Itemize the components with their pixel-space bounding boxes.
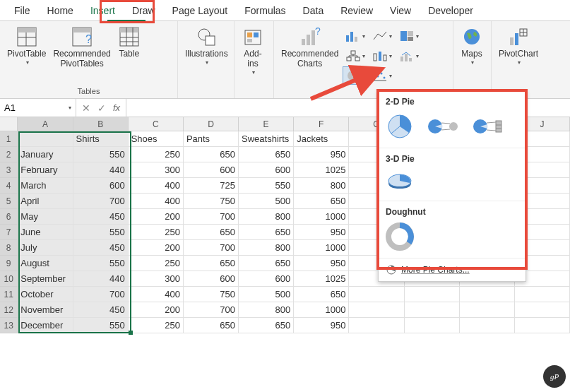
- column-header[interactable]: A: [18, 117, 73, 131]
- cell[interactable]: [460, 302, 515, 318]
- name-box[interactable]: ▾: [0, 99, 76, 117]
- cell[interactable]: 400: [129, 178, 184, 194]
- cell[interactable]: 450: [73, 209, 129, 225]
- scatter-chart-button[interactable]: ▾: [369, 66, 395, 85]
- tab-home[interactable]: Home: [39, 1, 82, 20]
- row-header[interactable]: 7: [0, 225, 18, 240]
- cell[interactable]: 1000: [294, 240, 349, 256]
- cell[interactable]: 300: [129, 271, 184, 287]
- cell[interactable]: 400: [129, 194, 184, 209]
- more-pie-charts[interactable]: More Pie Charts...: [379, 259, 526, 281]
- column-header[interactable]: C: [129, 117, 184, 131]
- cell[interactable]: 950: [294, 147, 349, 162]
- cell[interactable]: 750: [184, 194, 239, 209]
- cell[interactable]: October: [18, 287, 73, 302]
- cell[interactable]: 650: [184, 318, 239, 333]
- cell[interactable]: January: [18, 147, 73, 162]
- cell[interactable]: 650: [294, 194, 349, 209]
- cell[interactable]: 750: [184, 287, 239, 302]
- cell[interactable]: 700: [184, 209, 239, 225]
- tab-page-layout[interactable]: Page Layout: [164, 1, 237, 20]
- row-header[interactable]: 2: [0, 147, 18, 162]
- row-header[interactable]: 1: [0, 131, 18, 147]
- cell[interactable]: March: [18, 178, 73, 194]
- cell[interactable]: Pants: [184, 131, 239, 147]
- cell[interactable]: 800: [239, 240, 294, 256]
- tab-data[interactable]: Data: [295, 1, 333, 20]
- cell[interactable]: 450: [73, 240, 129, 256]
- pie-3d-option[interactable]: [386, 170, 414, 194]
- cell[interactable]: 200: [129, 240, 184, 256]
- pivottable-button[interactable]: PivotTable ▾: [4, 24, 49, 67]
- cell[interactable]: 550: [73, 256, 129, 271]
- cell[interactable]: 550: [73, 318, 129, 333]
- cell[interactable]: 1000: [294, 302, 349, 318]
- cell[interactable]: 200: [129, 209, 184, 225]
- row-header[interactable]: 13: [0, 318, 18, 333]
- cell[interactable]: 600: [239, 271, 294, 287]
- treemap-chart-button[interactable]: ▾: [396, 27, 422, 45]
- column-header[interactable]: F: [294, 117, 349, 131]
- cell[interactable]: 550: [73, 225, 129, 240]
- cell[interactable]: December: [18, 318, 73, 333]
- cell[interactable]: February: [18, 162, 73, 178]
- pie-of-pie-option[interactable]: [427, 114, 459, 139]
- row-header[interactable]: 4: [0, 178, 18, 194]
- column-header[interactable]: E: [239, 117, 294, 131]
- name-box-input[interactable]: [4, 102, 47, 113]
- cell[interactable]: 1025: [294, 162, 349, 178]
- cell[interactable]: 600: [239, 162, 294, 178]
- statistic-chart-button[interactable]: ▾: [369, 47, 395, 65]
- cell[interactable]: 650: [184, 147, 239, 162]
- cell[interactable]: Sweatshirts: [239, 131, 294, 147]
- cell[interactable]: 550: [73, 147, 129, 162]
- cell[interactable]: [515, 302, 570, 318]
- cell[interactable]: 500: [239, 194, 294, 209]
- cell[interactable]: 400: [129, 287, 184, 302]
- cell[interactable]: November: [18, 302, 73, 318]
- recommended-charts-button[interactable]: ? Recommended Charts: [278, 24, 341, 71]
- pie-chart-button[interactable]: ▾: [343, 66, 368, 85]
- tab-draw[interactable]: Draw: [124, 1, 164, 20]
- column-chart-button[interactable]: ▾: [343, 27, 368, 45]
- bar-of-pie-option[interactable]: [472, 114, 504, 139]
- cell[interactable]: 800: [239, 209, 294, 225]
- cell[interactable]: [405, 318, 460, 333]
- cell[interactable]: 1025: [294, 271, 349, 287]
- cell[interactable]: 600: [73, 178, 129, 194]
- cell[interactable]: May: [18, 209, 73, 225]
- cell[interactable]: 1000: [294, 209, 349, 225]
- cell[interactable]: 950: [294, 225, 349, 240]
- fx-icon[interactable]: fx: [113, 102, 120, 113]
- tab-review[interactable]: Review: [332, 1, 381, 20]
- cell[interactable]: 700: [184, 240, 239, 256]
- cell[interactable]: [349, 302, 404, 318]
- cell[interactable]: 650: [184, 225, 239, 240]
- pie-2d-option[interactable]: [386, 112, 414, 141]
- cell[interactable]: April: [18, 194, 73, 209]
- cell[interactable]: [349, 318, 404, 333]
- chevron-down-icon[interactable]: ▾: [69, 105, 71, 111]
- pivotchart-button[interactable]: PivotChart ▾: [496, 24, 541, 67]
- cell[interactable]: 650: [184, 256, 239, 271]
- tab-formulas[interactable]: Formulas: [236, 1, 294, 20]
- cell[interactable]: August: [18, 256, 73, 271]
- cell[interactable]: 250: [129, 225, 184, 240]
- row-header[interactable]: 9: [0, 256, 18, 271]
- row-header[interactable]: 12: [0, 302, 18, 318]
- cell[interactable]: 650: [239, 147, 294, 162]
- cell[interactable]: 250: [129, 147, 184, 162]
- cell[interactable]: July: [18, 240, 73, 256]
- cell[interactable]: 700: [73, 194, 129, 209]
- illustrations-button[interactable]: Illustrations ▾: [182, 24, 231, 67]
- cell[interactable]: June: [18, 225, 73, 240]
- cell[interactable]: 250: [129, 256, 184, 271]
- cell[interactable]: [405, 302, 460, 318]
- cell[interactable]: 450: [73, 302, 129, 318]
- tab-insert[interactable]: Insert: [82, 1, 124, 20]
- cell[interactable]: 600: [184, 271, 239, 287]
- doughnut-option[interactable]: [386, 222, 414, 251]
- cell[interactable]: [405, 287, 460, 302]
- cell[interactable]: [515, 318, 570, 333]
- cell[interactable]: 600: [184, 162, 239, 178]
